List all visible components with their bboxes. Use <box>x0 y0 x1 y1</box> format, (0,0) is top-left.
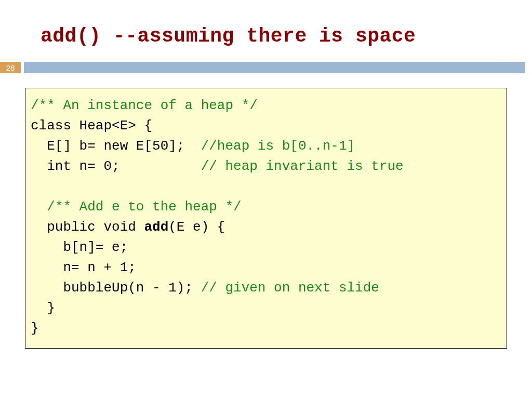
code-line: int n= 0; <box>31 158 201 174</box>
code-comment: // given on next slide <box>201 280 379 296</box>
slide-number-badge: 28 <box>0 62 21 73</box>
code-method-name: add <box>144 219 168 235</box>
code-line: bubbleUp(n - 1); <box>31 280 201 296</box>
code-comment: //heap is b[0..n-1] <box>201 138 355 154</box>
code-comment: /** An instance of a heap */ <box>31 98 258 113</box>
code-comment: /** Add e to the heap */ <box>31 199 242 215</box>
code-line: n= n + 1; <box>31 260 136 275</box>
divider-row: 28 <box>0 62 532 73</box>
code-line: public void <box>31 219 144 235</box>
code-line: (E e) { <box>168 219 225 235</box>
code-comment: // heap invariant is true <box>201 158 404 174</box>
code-line: E[] b= new E[50]; <box>31 138 201 154</box>
code-line: b[n]= e; <box>31 240 128 255</box>
slide-title: add() --assuming there is space <box>0 0 532 62</box>
code-line: class Heap<E> { <box>31 118 152 134</box>
code-line: } <box>31 321 39 336</box>
code-line: } <box>31 300 55 316</box>
code-block: /** An instance of a heap */ class Heap<… <box>25 88 507 349</box>
divider-bar <box>24 62 525 73</box>
